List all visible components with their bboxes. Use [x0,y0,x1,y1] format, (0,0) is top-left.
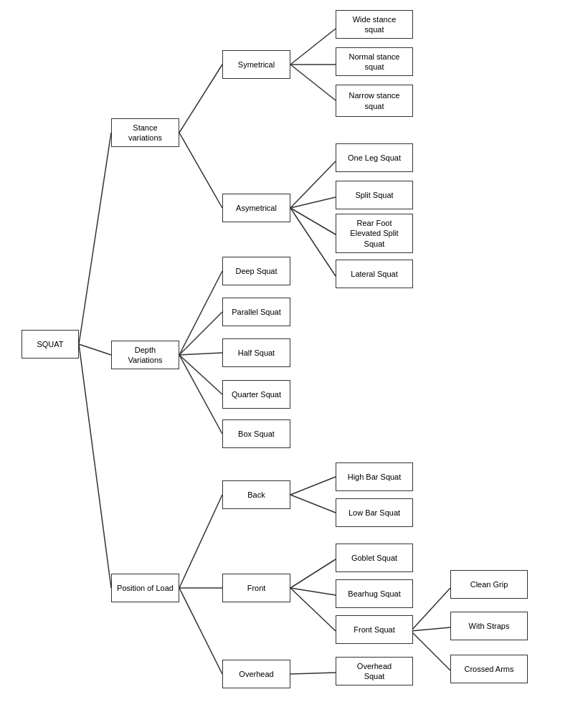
svg-line-4 [179,133,222,208]
node-rear-foot: Rear FootElevated SplitSquat [336,214,413,253]
node-wide-stance: Wide stancesquat [336,10,413,39]
node-asymmetrical: Asymetrical [222,194,290,222]
node-high-bar: High Bar Squat [336,462,413,491]
svg-line-13 [179,312,222,355]
svg-line-19 [179,588,222,674]
svg-line-20 [290,477,336,495]
node-crossed-arms: Crossed Arms [450,655,528,683]
svg-line-21 [290,495,336,513]
svg-line-3 [179,65,222,133]
connector-lines [0,0,588,707]
svg-line-15 [179,355,222,394]
node-low-bar: Low Bar Squat [336,498,413,527]
node-overhead-squat: OverheadSquat [336,657,413,685]
node-position-of-load: Position of Load [111,574,179,602]
node-lateral-squat: Lateral Squat [336,260,413,288]
node-back: Back [222,480,290,509]
svg-line-16 [179,355,222,434]
svg-line-9 [290,197,336,208]
svg-line-28 [411,631,450,670]
node-split-squat: Split Squat [336,181,413,209]
node-quarter-squat: Quarter Squat [222,380,290,409]
node-overhead: Overhead [222,660,290,688]
node-normal-stance: Normal stancesquat [336,47,413,76]
node-symmetrical: Symetrical [222,50,290,79]
node-one-leg: One Leg Squat [336,143,413,172]
node-squat: SQUAT [22,330,79,359]
svg-line-23 [290,588,336,595]
svg-line-7 [290,65,336,100]
node-front: Front [222,574,290,602]
svg-line-8 [290,161,336,208]
node-half-squat: Half Squat [222,338,290,367]
node-goblet: Goblet Squat [336,544,413,572]
svg-line-2 [79,344,111,588]
node-front-squat: Front Squat [336,615,413,644]
svg-line-26 [411,588,450,631]
svg-line-0 [79,133,111,344]
node-narrow-stance: Narrow stancesquat [336,85,413,117]
svg-line-1 [79,344,111,355]
node-with-straps: With Straps [450,612,528,640]
node-depth-variations: DepthVariations [111,341,179,369]
svg-line-27 [411,627,450,631]
svg-line-10 [290,208,336,234]
diagram-container: SQUAT Stancevariations DepthVariations P… [0,0,588,707]
svg-line-11 [290,208,336,276]
svg-line-24 [290,588,336,631]
svg-line-22 [290,559,336,588]
svg-line-5 [290,29,336,65]
svg-line-25 [290,673,336,674]
node-deep-squat: Deep Squat [222,257,290,285]
svg-line-14 [179,353,222,355]
svg-line-17 [179,495,222,588]
node-box-squat: Box Squat [222,419,290,448]
svg-line-12 [179,271,222,355]
node-clean-grip: Clean Grip [450,570,528,599]
node-stance-variations: Stancevariations [111,118,179,147]
node-parallel-squat: Parallel Squat [222,298,290,326]
node-bearhug: Bearhug Squat [336,579,413,608]
